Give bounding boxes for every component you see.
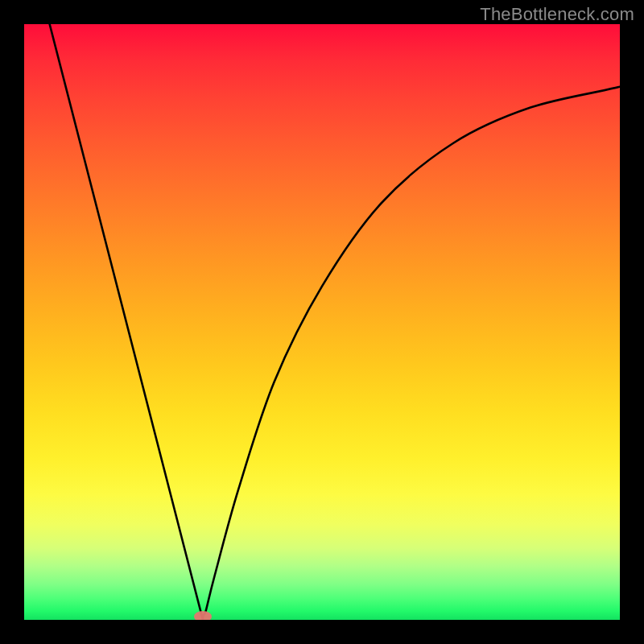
watermark-text: TheBottleneck.com [480, 4, 634, 25]
minimum-marker [194, 611, 212, 620]
bottleneck-curve [48, 24, 620, 620]
chart-frame: TheBottleneck.com [0, 0, 644, 644]
plot-area [24, 24, 620, 620]
curve-svg [24, 24, 620, 620]
